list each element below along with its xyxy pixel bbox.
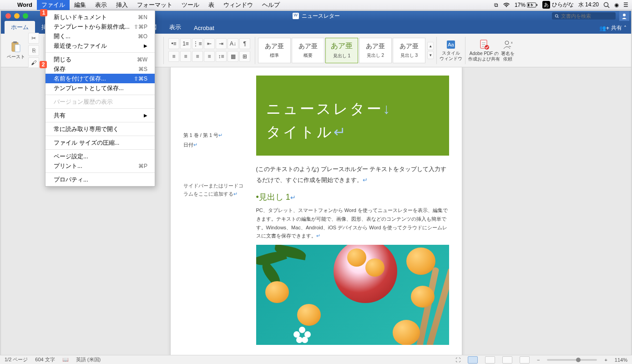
notification-icon[interactable]: ☰ xyxy=(623,2,628,8)
menu-view[interactable]: 表示 xyxy=(91,0,111,10)
status-word-count[interactable]: 604 文字 xyxy=(35,356,55,363)
doc-body-paragraph[interactable]: PC、タブレット、スマートフォンから Word を使ってニュースレターを表示、編… xyxy=(256,206,449,240)
style-scroll-down[interactable]: ▾ xyxy=(427,51,434,59)
menu-insert[interactable]: 挿入 xyxy=(111,0,132,10)
show-marks-button[interactable]: ¶ xyxy=(239,38,250,49)
doc-hero[interactable]: ニュースレター↓タイトル↵ xyxy=(256,76,449,156)
doc-sidebar-column: 第 1 巻 / 第 1 号↵ 日付↵ サイドバーまたはリードコラムをここに追加す… xyxy=(183,76,247,345)
svg-point-7 xyxy=(623,14,626,16)
menu-help[interactable]: ヘルプ xyxy=(258,0,284,10)
style-item[interactable]: あア亜見出し 1 xyxy=(325,38,358,63)
paragraph-group: •≡ ≡ 1≡ ≡ ⋮≡ ≡ ⇤ ≡ ⇥ ↕≡ A↓ ▦ ¶ ⊞ xyxy=(167,38,252,63)
doc-date[interactable]: 日付↵ xyxy=(183,142,247,148)
status-pages[interactable]: 1/2 ページ xyxy=(5,356,28,363)
paste-button[interactable]: ペースト xyxy=(5,37,26,64)
style-item[interactable]: あア亜標準 xyxy=(258,38,291,63)
style-item[interactable]: あア亜見出し 2 xyxy=(359,38,392,63)
annotation-1: 1 xyxy=(40,9,47,16)
cut-button[interactable]: ✂ xyxy=(28,33,39,44)
bullets-button[interactable]: •≡ xyxy=(168,38,179,49)
copy-button[interactable]: ⎘ xyxy=(28,45,39,56)
zoom-slider[interactable] xyxy=(547,359,597,361)
wifi-icon[interactable] xyxy=(503,2,510,8)
doc-intro-paragraph[interactable]: (このテキストのような) プレースホルダー テキストをタップして入力するだけで、… xyxy=(256,164,449,185)
menu-item[interactable]: ページ設定... xyxy=(46,152,155,161)
menu-edit[interactable]: 編集 xyxy=(70,0,91,10)
svg-text:Aa: Aa xyxy=(448,42,454,47)
style-item[interactable]: あア亜見出し 3 xyxy=(393,38,425,63)
doc-sidebar-desc[interactable]: サイドバーまたはリードコラムをここに追加する↵ xyxy=(183,182,247,198)
user-account-icon[interactable] xyxy=(619,11,629,21)
bluetooth-icon[interactable]: ⧉ xyxy=(494,2,498,8)
borders-button[interactable]: ⊞ xyxy=(239,51,250,62)
svg-rect-10 xyxy=(15,45,20,52)
styles-pane-button[interactable]: Aa スタイル ウィンドウ xyxy=(440,40,462,61)
menu-item[interactable]: プロパティ... xyxy=(46,175,155,184)
menu-item[interactable]: 閉じる⌘W xyxy=(46,55,155,64)
menu-item[interactable]: 共有▶ xyxy=(46,111,155,120)
align-center-button[interactable]: ≡ xyxy=(180,51,191,62)
menu-tools[interactable]: ツール xyxy=(177,0,204,10)
doc-image[interactable] xyxy=(256,245,449,345)
shading-button[interactable]: ▦ xyxy=(228,51,238,62)
doc-heading-1[interactable]: •見出し 1↵ xyxy=(256,192,449,202)
menu-item[interactable]: 名前を付けて保存...⇧⌘S xyxy=(46,74,155,83)
increase-indent-button[interactable]: ⇥ xyxy=(216,38,227,49)
control-center-icon[interactable]: ◉ xyxy=(614,2,619,8)
status-language[interactable]: 英語 (米国) xyxy=(76,356,101,363)
request-signature-button[interactable]: x 署名を 依頼 xyxy=(501,39,515,62)
minimize-window-button[interactable] xyxy=(14,13,20,19)
svg-rect-2 xyxy=(528,4,529,6)
document-title: ニュースレター xyxy=(302,12,340,20)
spotlight-icon[interactable] xyxy=(603,2,610,8)
multilevel-button[interactable]: ⋮≡ xyxy=(192,38,203,49)
menu-item[interactable]: 保存⌘S xyxy=(46,64,155,74)
menu-item[interactable]: プリント...⌘P xyxy=(46,161,155,171)
menu-item[interactable]: 開く...⌘O xyxy=(46,31,155,41)
share-button[interactable]: 👥+ 共有 ˄ xyxy=(595,22,631,34)
menu-format[interactable]: フォーマット xyxy=(132,0,177,10)
search-input[interactable] xyxy=(561,13,613,19)
menu-item[interactable]: テンプレートとして保存... xyxy=(46,83,155,93)
web-layout-view-button[interactable] xyxy=(485,356,495,364)
numbering-button[interactable]: 1≡ xyxy=(180,38,191,49)
menu-file[interactable]: ファイル xyxy=(37,0,70,10)
tab-view[interactable]: 表示 xyxy=(163,21,187,34)
menu-item[interactable]: 新しいドキュメント⌘N xyxy=(46,12,155,22)
style-gallery[interactable]: あア亜標準あア亜概要あア亜見出し 1あア亜見出し 2あア亜見出し 3 xyxy=(258,38,425,63)
close-window-button[interactable] xyxy=(5,13,11,19)
status-spellcheck-icon[interactable]: 📖 xyxy=(62,357,69,363)
align-left-button[interactable]: ≡ xyxy=(168,51,179,62)
battery-status[interactable]: 17% xyxy=(515,2,538,8)
tab-acrobat[interactable]: Acrobat xyxy=(187,22,221,34)
format-painter-button[interactable]: 🖌 xyxy=(28,57,39,68)
menu-item[interactable]: 最近使ったファイル▶ xyxy=(46,41,155,51)
app-name[interactable]: Word xyxy=(13,1,37,8)
draft-view-button[interactable] xyxy=(520,356,530,364)
zoom-level[interactable]: 114% xyxy=(615,357,627,363)
menu-window[interactable]: ウィンドウ xyxy=(219,0,258,10)
ime-indicator[interactable]: あ ひらがな xyxy=(542,1,573,9)
search-box[interactable] xyxy=(552,12,616,20)
style-scroll-up[interactable]: ▴ xyxy=(427,42,434,50)
menu-table[interactable]: 表 xyxy=(204,0,219,10)
menu-item[interactable]: テンプレートから新規作成...⇧⌘P xyxy=(46,22,155,31)
document-icon xyxy=(293,13,299,19)
outline-view-button[interactable] xyxy=(502,356,512,364)
style-item[interactable]: あア亜概要 xyxy=(292,38,324,63)
align-right-button[interactable]: ≡ xyxy=(192,51,203,62)
focus-mode-button[interactable]: ⛶ xyxy=(455,357,460,363)
doc-volume[interactable]: 第 1 巻 / 第 1 号↵ xyxy=(183,132,247,139)
adobe-pdf-button[interactable]: Adobe PDF の 作成および共有 xyxy=(468,39,500,62)
decrease-indent-button[interactable]: ⇤ xyxy=(204,38,215,49)
justify-button[interactable]: ≡ xyxy=(204,51,215,62)
sort-button[interactable]: A↓ xyxy=(228,38,238,49)
print-layout-view-button[interactable] xyxy=(468,356,478,364)
tab-home[interactable]: ホーム xyxy=(5,21,35,34)
zoom-window-button[interactable] xyxy=(23,13,28,19)
zoom-out-button[interactable]: − xyxy=(537,357,540,363)
menu-item[interactable]: 常に読み取り専用で開く xyxy=(46,124,155,134)
zoom-in-button[interactable]: + xyxy=(604,357,607,363)
line-spacing-button[interactable]: ↕≡ xyxy=(216,51,227,62)
menu-item[interactable]: ファイル サイズの圧縮... xyxy=(46,138,155,147)
